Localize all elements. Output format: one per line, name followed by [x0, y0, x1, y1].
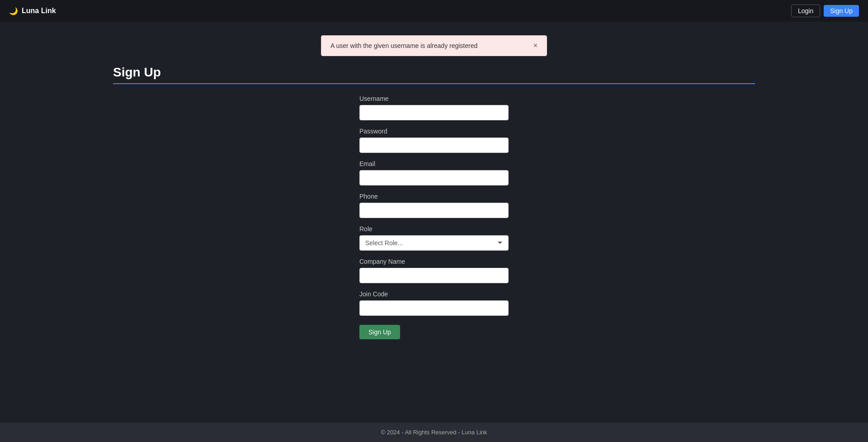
phone-group: Phone [359, 193, 509, 218]
error-alert: A user with the given username is alread… [321, 35, 547, 56]
company-name-group: Company Name [359, 258, 509, 283]
title-divider [113, 83, 755, 84]
email-label: Email [359, 160, 509, 167]
brand-name: Luna Link [22, 7, 56, 15]
username-label: Username [359, 95, 509, 102]
username-input[interactable] [359, 105, 509, 120]
email-group: Email [359, 160, 509, 185]
page-title: Sign Up [113, 65, 755, 80]
footer-text: © 2024 - All Rights Reserved - Luna Link [381, 429, 487, 436]
join-code-input[interactable] [359, 300, 509, 316]
join-code-group: Join Code [359, 290, 509, 316]
email-input[interactable] [359, 170, 509, 185]
company-name-input[interactable] [359, 268, 509, 283]
company-name-label: Company Name [359, 258, 509, 265]
password-label: Password [359, 128, 509, 135]
form-actions: Sign Up [359, 323, 509, 339]
main-content: A user with the given username is alread… [0, 22, 868, 423]
signup-submit-button[interactable]: Sign Up [359, 325, 400, 339]
footer: © 2024 - All Rights Reserved - Luna Link [0, 423, 868, 442]
navbar: 🌙 Luna Link Login Sign Up [0, 0, 868, 22]
join-code-label: Join Code [359, 290, 509, 298]
alert-message: A user with the given username is alread… [330, 42, 477, 49]
signup-nav-button[interactable]: Sign Up [824, 5, 859, 17]
role-group: Role Select Role... Admin User Manager [359, 225, 509, 251]
password-input[interactable] [359, 138, 509, 153]
brand: 🌙 Luna Link [9, 7, 56, 15]
moon-icon: 🌙 [9, 7, 18, 15]
login-button[interactable]: Login [791, 5, 820, 17]
signup-form: Username Password Email Phone Role Selec… [113, 95, 755, 339]
role-label: Role [359, 225, 509, 233]
alert-container: A user with the given username is alread… [113, 35, 755, 56]
phone-label: Phone [359, 193, 509, 200]
alert-close-button[interactable]: × [528, 42, 538, 49]
navbar-actions: Login Sign Up [791, 5, 859, 17]
phone-input[interactable] [359, 203, 509, 218]
role-select[interactable]: Select Role... Admin User Manager [359, 235, 509, 251]
password-group: Password [359, 128, 509, 153]
username-group: Username [359, 95, 509, 120]
